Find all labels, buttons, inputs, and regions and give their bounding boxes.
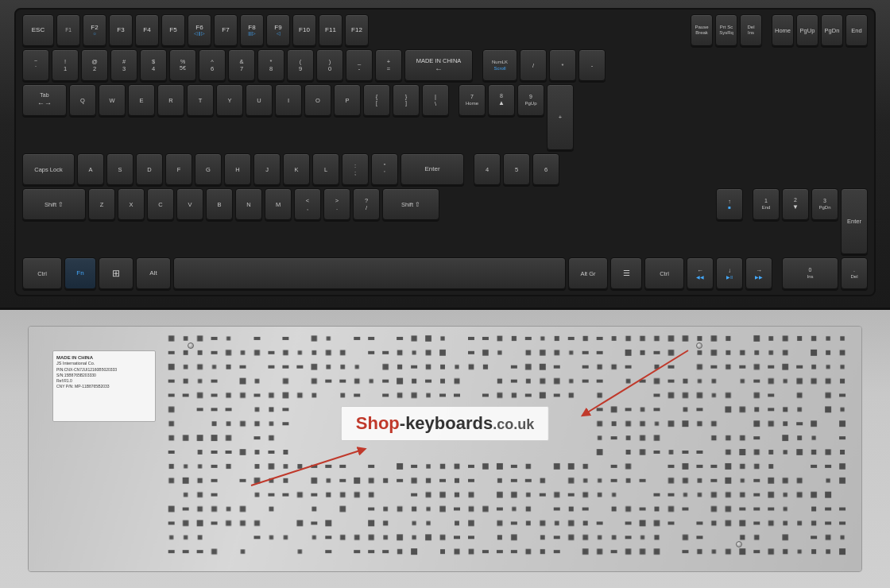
key-m[interactable]: M: [265, 188, 292, 220]
key-f8[interactable]: F8|||▷: [240, 14, 264, 46]
key-num2[interactable]: 2▼: [782, 188, 809, 220]
key-shift-right[interactable]: Shift ⇧: [382, 188, 439, 220]
key-f10[interactable]: F10: [292, 14, 316, 46]
key-1[interactable]: !1: [52, 49, 79, 81]
key-r[interactable]: R: [157, 84, 184, 116]
key-num-plus[interactable]: +: [547, 84, 574, 150]
key-b[interactable]: B: [206, 188, 233, 220]
key-left-arrow[interactable]: ←◀◀: [687, 257, 714, 289]
key-f12[interactable]: F12: [345, 14, 369, 46]
key-t[interactable]: T: [187, 84, 214, 116]
key-lbracket[interactable]: { [: [363, 84, 390, 116]
key-s[interactable]: S: [106, 153, 134, 185]
key-del-ins[interactable]: DelIns: [740, 14, 762, 46]
key-tilde[interactable]: ~`: [22, 49, 49, 81]
key-num-slash[interactable]: /: [520, 49, 547, 81]
key-rbracket[interactable]: } ]: [393, 84, 420, 116]
key-f5[interactable]: F5: [161, 14, 185, 46]
key-3[interactable]: #3: [110, 49, 137, 81]
key-esc[interactable]: ESC: [22, 14, 54, 46]
key-num8[interactable]: 8▲: [488, 84, 515, 116]
key-4[interactable]: $4: [140, 49, 167, 81]
key-home[interactable]: Home: [772, 14, 794, 46]
key-x[interactable]: X: [118, 188, 145, 220]
key-prtsc[interactable]: Prt ScSysRq: [715, 14, 737, 46]
key-semicolon[interactable]: : ;: [342, 153, 369, 185]
key-tab[interactable]: Tab←→: [22, 84, 67, 116]
key-pause[interactable]: PauseBreak: [691, 14, 713, 46]
key-win[interactable]: ⊞: [99, 257, 134, 289]
key-f6[interactable]: F6◁||▷: [188, 14, 211, 46]
key-u[interactable]: U: [246, 84, 273, 116]
key-y[interactable]: Y: [216, 84, 243, 116]
key-pgup[interactable]: PgUp: [796, 14, 818, 46]
key-backslash[interactable]: |\: [422, 84, 449, 116]
key-6[interactable]: ^6: [199, 49, 226, 81]
key-comma[interactable]: <,: [294, 188, 321, 220]
key-num5[interactable]: 5: [503, 153, 530, 185]
key-h[interactable]: H: [224, 153, 251, 185]
key-numlock[interactable]: NumLKScroll: [482, 49, 517, 81]
key-f3[interactable]: F3: [109, 14, 133, 46]
key-c[interactable]: C: [147, 188, 174, 220]
key-a[interactable]: A: [77, 153, 104, 185]
key-num-star[interactable]: *: [549, 49, 576, 81]
key-period[interactable]: >.: [323, 188, 350, 220]
key-num4[interactable]: 4: [474, 153, 501, 185]
key-pgdn[interactable]: PgDn: [821, 14, 843, 46]
key-numpad-enter[interactable]: Enter: [841, 188, 868, 254]
key-alt-left[interactable]: Alt: [136, 257, 171, 289]
key-f7[interactable]: F7: [214, 14, 238, 46]
key-f9[interactable]: F9◁: [266, 14, 290, 46]
key-num9[interactable]: 9PgUp: [517, 84, 544, 116]
key-f11[interactable]: F11: [319, 14, 342, 46]
key-7[interactable]: &7: [228, 49, 255, 81]
key-fn[interactable]: Fn: [64, 257, 96, 289]
key-o[interactable]: O: [304, 84, 331, 116]
key-enter[interactable]: Enter: [400, 153, 464, 185]
key-i[interactable]: I: [275, 84, 302, 116]
key-d[interactable]: D: [136, 153, 163, 185]
key-end[interactable]: End: [846, 14, 868, 46]
key-0[interactable]: )0: [316, 49, 343, 81]
key-up-arrow[interactable]: ↑■: [716, 188, 743, 220]
key-quote[interactable]: "': [371, 153, 398, 185]
key-2[interactable]: @2: [81, 49, 108, 81]
key-num3[interactable]: 3PgDn: [811, 188, 838, 220]
key-q[interactable]: Q: [69, 84, 96, 116]
key-num1[interactable]: 1End: [753, 188, 780, 220]
key-z[interactable]: Z: [88, 188, 115, 220]
key-num7[interactable]: 7Home: [459, 84, 486, 116]
key-v[interactable]: V: [176, 188, 203, 220]
key-down-arrow[interactable]: ↓▶ll: [716, 257, 743, 289]
key-slash[interactable]: ?/: [353, 188, 380, 220]
key-k[interactable]: K: [283, 153, 310, 185]
key-9[interactable]: (9: [287, 49, 314, 81]
key-capslock[interactable]: Caps Lock: [22, 153, 75, 185]
key-minus[interactable]: _-: [346, 49, 373, 81]
key-num-minus[interactable]: -: [578, 49, 606, 81]
key-j[interactable]: J: [253, 153, 281, 185]
key-ctrl-left[interactable]: Ctrl: [22, 257, 62, 289]
key-backspace[interactable]: MADE IN CHINA ←: [404, 49, 473, 81]
key-f1[interactable]: F1: [56, 14, 80, 46]
key-f2[interactable]: F2☼: [83, 14, 106, 46]
key-f[interactable]: F: [165, 153, 192, 185]
key-num-dot[interactable]: .Del: [841, 257, 868, 289]
key-n[interactable]: N: [235, 188, 262, 220]
key-altgr[interactable]: Alt Gr: [568, 257, 608, 289]
key-w[interactable]: W: [99, 84, 126, 116]
key-5[interactable]: %5€: [169, 49, 196, 81]
key-p[interactable]: P: [334, 84, 361, 116]
key-e[interactable]: E: [128, 84, 155, 116]
key-l[interactable]: L: [312, 153, 339, 185]
key-ctrl-right[interactable]: Ctrl: [644, 257, 684, 289]
key-space[interactable]: [173, 257, 566, 289]
key-f4[interactable]: F4: [135, 14, 159, 46]
key-num0[interactable]: 0Ins: [782, 257, 838, 289]
key-8[interactable]: *8: [257, 49, 284, 81]
key-num6[interactable]: 6: [532, 153, 559, 185]
key-menu[interactable]: ☰: [610, 257, 642, 289]
key-equals[interactable]: +=: [375, 49, 402, 81]
key-g[interactable]: G: [195, 153, 222, 185]
